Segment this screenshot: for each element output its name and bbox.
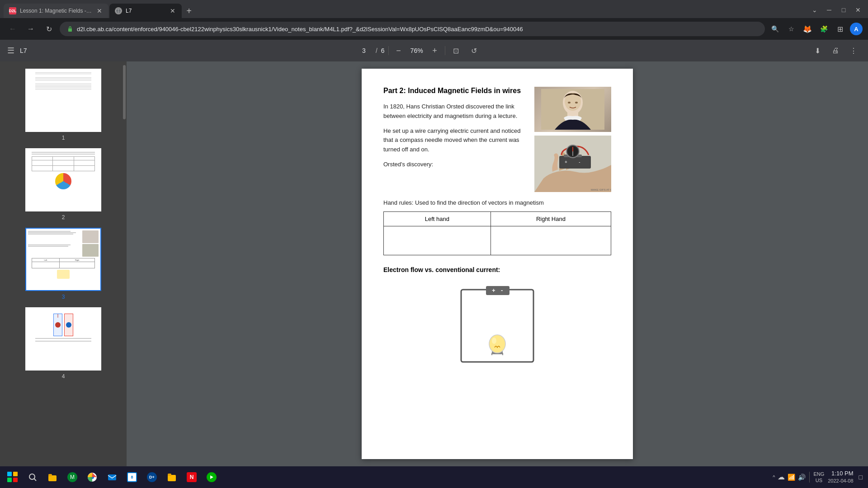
- svg-point-27: [489, 335, 505, 353]
- browser-frame: D2L Lesson 1: Magnetic Fields - Phys... …: [0, 0, 868, 488]
- extension-icon-1[interactable]: 🦊: [801, 23, 814, 35]
- zoom-controls: − +: [392, 44, 441, 57]
- play-icon: [207, 472, 217, 482]
- page-separator: /: [376, 47, 377, 54]
- d2l-favicon: D2L: [9, 7, 16, 14]
- orsted-portrait-svg: [541, 89, 604, 130]
- address-icons: 🔍 ☆ 🦊 🧩 ⊞ A: [769, 23, 863, 35]
- more-options-button[interactable]: ⋮: [846, 43, 861, 58]
- bookmark-icon[interactable]: ☆: [785, 23, 797, 35]
- calendar-button[interactable]: 8: [123, 468, 141, 486]
- chrome-button[interactable]: [83, 468, 101, 486]
- meet-icon: M: [67, 472, 77, 482]
- new-tab-button[interactable]: +: [183, 5, 195, 17]
- files-button[interactable]: [163, 468, 181, 486]
- orsted-portrait: [534, 87, 611, 132]
- circuit-svg: + -: [434, 281, 561, 371]
- thumbnail-2[interactable]: 2: [25, 148, 101, 221]
- hand-rules-table: Left hand Right Hand: [383, 211, 611, 255]
- mail-button[interactable]: [103, 468, 121, 486]
- lang-region: US: [813, 477, 824, 483]
- user-avatar[interactable]: A: [850, 23, 863, 35]
- download-button[interactable]: ⬇: [810, 43, 825, 58]
- zoom-input[interactable]: [407, 47, 427, 54]
- page-number-input[interactable]: [356, 47, 372, 54]
- thumb-page-3: Left Right: [25, 228, 101, 291]
- clock-widget[interactable]: 1:10 PM 2022-04-08: [828, 469, 853, 485]
- scrollbar-thumb[interactable]: [123, 65, 126, 119]
- language-indicator[interactable]: ENG US: [813, 471, 824, 484]
- svg-rect-36: [168, 475, 176, 481]
- toolbar-right: ⬇ 🖨 ⋮: [810, 43, 861, 58]
- file-explorer-button[interactable]: [43, 468, 61, 486]
- restore-button[interactable]: □: [837, 4, 850, 16]
- meet-button[interactable]: M: [63, 468, 81, 486]
- cloud-icon[interactable]: ☁: [778, 473, 785, 481]
- svg-rect-32: [48, 474, 52, 476]
- svg-point-7: [568, 102, 571, 103]
- compass-experiment-image: + - MAKE GIFS AT GIFSOUP.COM: [534, 136, 611, 192]
- forward-button[interactable]: →: [24, 22, 38, 36]
- svg-rect-37: [168, 474, 171, 476]
- print-button[interactable]: 🖨: [828, 43, 843, 58]
- svg-text:-: -: [579, 160, 580, 164]
- thumb-2-num: 2: [62, 214, 65, 221]
- back-button[interactable]: ←: [5, 22, 20, 36]
- netflix-icon: N: [187, 472, 197, 482]
- paragraph-2: He set up a wire carrying electric curre…: [383, 127, 537, 155]
- extension-icon-2[interactable]: 🧩: [817, 23, 830, 35]
- tray-up-arrow[interactable]: ^: [773, 474, 775, 480]
- svg-text:-: -: [501, 287, 503, 294]
- address-input-container[interactable]: d2l.cbe.ab.ca/content/enforced/940046-cb…: [60, 22, 765, 36]
- rotate-button[interactable]: ↺: [467, 43, 481, 58]
- thumb-page-2: [25, 148, 101, 211]
- thumbnail-4[interactable]: 4: [25, 307, 101, 380]
- tab-l7[interactable]: L7 ✕: [109, 4, 182, 18]
- lock-icon: [67, 26, 73, 32]
- tab-list-button[interactable]: ⌄: [808, 4, 821, 16]
- hamburger-menu[interactable]: ☰: [7, 46, 14, 56]
- search-taskbar-button[interactable]: [24, 468, 42, 486]
- pdf-toolbar: ☰ L7 / 6 − + ⊡ ↺ ⬇ 🖨 ⋮: [0, 40, 868, 61]
- toolbar-divider-2: [445, 46, 445, 55]
- thumbnail-3[interactable]: Left Right 3: [25, 228, 101, 300]
- windows-logo: [7, 472, 18, 483]
- taskbar: M 8 D+: [0, 466, 868, 488]
- play-button[interactable]: [203, 468, 221, 486]
- hand-rules-label: Hand rules: Used to find the direction o…: [383, 199, 611, 206]
- mail-icon: [107, 472, 117, 482]
- zoom-out-button[interactable]: −: [392, 44, 405, 57]
- float-images-container: + - MAKE GIFS AT GIFSOUP.COM: [534, 87, 611, 192]
- tab-d2l[interactable]: D2L Lesson 1: Magnetic Fields - Phys... …: [4, 4, 108, 18]
- close-button[interactable]: ✕: [852, 4, 864, 16]
- toolbar-center: / 6 − + ⊡ ↺: [31, 43, 807, 58]
- thumb-page-1: [25, 69, 101, 132]
- thumbnail-1[interactable]: 1: [25, 69, 101, 141]
- search-icon[interactable]: 🔍: [769, 23, 781, 35]
- tab-d2l-close[interactable]: ✕: [96, 7, 103, 14]
- pdf-area[interactable]: + - MAKE GIFS AT GIFSOUP.COM: [127, 61, 868, 466]
- table-cell-left: [384, 226, 491, 255]
- wifi-icon[interactable]: 📶: [788, 474, 795, 481]
- table-cell-right: [491, 226, 611, 255]
- zoom-in-button[interactable]: +: [429, 44, 441, 57]
- netflix-button[interactable]: N: [183, 468, 201, 486]
- tab-l7-close[interactable]: ✕: [169, 7, 176, 14]
- svg-line-30: [34, 479, 36, 481]
- show-desktop-button[interactable]: □: [857, 474, 864, 481]
- minimize-button[interactable]: ─: [823, 4, 835, 16]
- lang-code: ENG: [813, 471, 824, 477]
- tab-d2l-label: Lesson 1: Magnetic Fields - Phys...: [20, 8, 92, 14]
- files-icon: [167, 472, 177, 482]
- svg-text:MAKE GIFS AT GIFSOUP.COM: MAKE GIFS AT GIFSOUP.COM: [591, 188, 611, 191]
- start-button[interactable]: [4, 468, 22, 486]
- main-content: 1: [0, 61, 868, 466]
- compass-svg: + - MAKE GIFS AT GIFSOUP.COM: [534, 136, 611, 192]
- tab-controls: ⌄ ─ □ ✕: [808, 4, 864, 16]
- svg-rect-2: [68, 28, 72, 32]
- reload-button[interactable]: ↻: [42, 22, 56, 36]
- disney-button[interactable]: D+: [143, 468, 161, 486]
- fit-page-button[interactable]: ⊡: [449, 43, 463, 58]
- volume-icon[interactable]: 🔊: [798, 474, 806, 481]
- profile-icon[interactable]: ⊞: [834, 23, 846, 35]
